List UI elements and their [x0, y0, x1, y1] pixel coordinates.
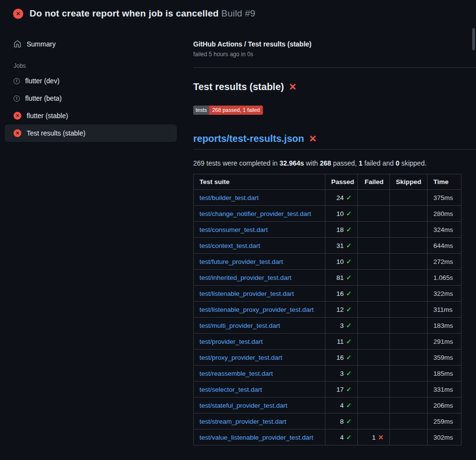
table-row: test/stateful_provider_test.dart4✓206ms [194, 398, 461, 414]
passed-cell: 81✓ [325, 270, 358, 286]
passed-cell: 11✓ [325, 334, 358, 350]
skipped-cell [390, 366, 428, 382]
table-row: test/consumer_test.dart18✓324ms [194, 222, 461, 238]
suite-cell: test/proxy_provider_test.dart [194, 350, 325, 366]
check-icon: ✓ [346, 194, 352, 201]
suite-cell: test/stateful_provider_test.dart [194, 398, 325, 414]
table-header-row: Test suite Passed Failed Skipped Time [194, 174, 461, 190]
passed-cell: 24✓ [325, 190, 358, 206]
test-suite-link[interactable]: test/context_test.dart [200, 242, 260, 249]
failed-cell [358, 190, 390, 206]
skipped-cell [390, 206, 428, 222]
col-failed: Failed [358, 174, 390, 190]
table-row: test/provider_test.dart11✓291ms [194, 334, 461, 350]
failed-cell [358, 302, 390, 318]
skipped-cell [390, 270, 428, 286]
suite-cell: test/listenable_provider_test.dart [194, 286, 325, 302]
job-label: flutter (dev) [25, 77, 60, 85]
passed-count: 3 [340, 322, 344, 329]
failed-cell [358, 414, 390, 429]
skipped-cell [390, 318, 428, 334]
suite-cell: test/stream_provider_test.dart [194, 414, 325, 429]
summary-label: Summary [27, 40, 56, 48]
table-row: test/listenable_proxy_provider_test.dart… [194, 302, 461, 318]
test-suite-link[interactable]: test/stateful_provider_test.dart [200, 402, 288, 409]
test-suite-link[interactable]: test/consumer_test.dart [200, 226, 268, 233]
summary-duration: 32.964s [279, 159, 304, 167]
passed-cell: 18✓ [325, 222, 358, 238]
time-cell: 302ms [428, 429, 461, 445]
alert-circle-icon: ! [14, 95, 20, 102]
test-suite-link[interactable]: test/listenable_provider_test.dart [200, 290, 294, 297]
test-suite-link[interactable]: test/selector_test.dart [200, 386, 262, 393]
time-cell: 324ms [428, 222, 461, 238]
skipped-cell [390, 382, 428, 398]
table-row: test/value_listenable_provider_test.dart… [194, 429, 461, 445]
suite-cell: test/selector_test.dart [194, 382, 325, 398]
failed-cell [358, 334, 390, 350]
test-suite-link[interactable]: test/value_listenable_provider_test.dart [200, 434, 313, 441]
time-cell: 1.065s [428, 270, 461, 286]
failed-cell [358, 286, 390, 302]
suite-cell: test/future_provider_test.dart [194, 254, 325, 270]
test-suite-link[interactable]: test/listenable_proxy_provider_test.dart [200, 306, 314, 313]
summary-failed-count: 1 [359, 159, 363, 167]
failed-cell [358, 318, 390, 334]
test-suite-link[interactable]: test/future_provider_test.dart [200, 258, 283, 265]
passed-count: 4 [340, 402, 344, 409]
check-icon: ✓ [346, 274, 352, 281]
scrollbar[interactable] [472, 28, 475, 50]
passed-cell: 4✓ [325, 398, 358, 414]
test-suite-link[interactable]: test/builder_test.dart [200, 194, 259, 201]
test-suite-link[interactable]: test/reassemble_test.dart [200, 370, 273, 377]
time-cell: 280ms [428, 206, 461, 222]
col-time: Time [428, 174, 461, 190]
skipped-cell [390, 414, 428, 429]
passed-count: 10 [337, 258, 344, 265]
suite-cell: test/multi_provider_test.dart [194, 318, 325, 334]
build-title-text: Do not create report when job is cancell… [30, 8, 219, 18]
test-suite-link[interactable]: test/change_notifier_provider_test.dart [200, 210, 311, 217]
badge-row: tests 268 passed, 1 failed [193, 105, 476, 115]
failed-cell [358, 270, 390, 286]
col-test-suite: Test suite [194, 174, 325, 190]
build-header: ✕ Do not create report when job is cance… [0, 0, 476, 26]
test-suite-link[interactable]: test/stream_provider_test.dart [200, 418, 286, 425]
suite-cell: test/change_notifier_provider_test.dart [194, 206, 325, 222]
sidebar-job-flutter-stable[interactable]: ✕flutter (stable) [5, 107, 177, 124]
sidebar-job-flutter-dev[interactable]: !flutter (dev) [5, 72, 177, 90]
test-suite-link[interactable]: test/proxy_provider_test.dart [200, 354, 282, 361]
sidebar-job-test-results-stable[interactable]: ✕Test results (stable) [5, 124, 177, 142]
check-icon: ✓ [346, 370, 352, 377]
failed-cell [358, 366, 390, 382]
passed-count: 18 [337, 226, 344, 233]
time-cell: 185ms [428, 366, 461, 382]
failed-cell [358, 398, 390, 414]
home-icon [14, 40, 21, 48]
skipped-cell [390, 254, 428, 270]
sidebar: Summary Jobs !flutter (dev)!flutter (bet… [0, 26, 182, 142]
sidebar-job-flutter-beta[interactable]: !flutter (beta) [5, 90, 177, 107]
passed-count: 17 [337, 386, 344, 393]
job-label: Test results (stable) [27, 129, 85, 137]
test-suite-link[interactable]: test/multi_provider_test.dart [200, 322, 280, 329]
report-link[interactable]: reports/test-results.json [193, 133, 304, 144]
test-suite-link[interactable]: test/provider_test.dart [200, 338, 263, 345]
time-cell: 359ms [428, 350, 461, 366]
summary-passed-count: 268 [320, 159, 331, 167]
test-suite-link[interactable]: test/inherited_provider_test.dart [200, 274, 292, 281]
skipped-cell [390, 398, 428, 414]
passed-count: 4 [340, 434, 344, 441]
passed-cell: 16✓ [325, 286, 358, 302]
check-icon: ✓ [346, 322, 352, 329]
summary-skipped-count: 0 [396, 159, 399, 167]
jobs-section-label: Jobs [14, 62, 182, 69]
tests-summary: 269 tests were completed in 32.964s with… [193, 159, 476, 167]
summary-text: 269 tests were completed in [193, 159, 279, 167]
check-icon: ✓ [346, 434, 352, 441]
time-cell: 272ms [428, 254, 461, 270]
sidebar-item-summary[interactable]: Summary [5, 35, 177, 53]
x-icon: ✕ [378, 434, 384, 441]
failed-cell [358, 382, 390, 398]
passed-cell: 31✓ [325, 238, 358, 254]
